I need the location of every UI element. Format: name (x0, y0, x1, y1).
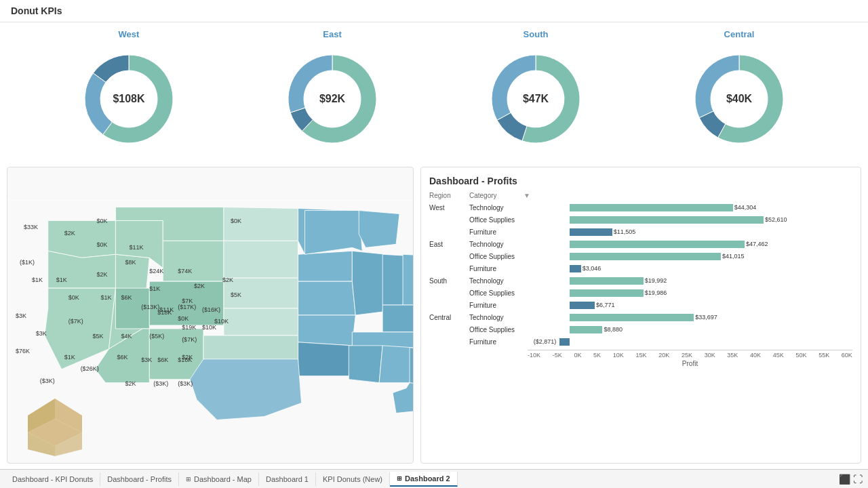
category-1: Office Supplies (469, 216, 530, 224)
chart-row-7: Office Supplies $19,986 (429, 287, 852, 298)
bar-area-7: $19,986 (533, 288, 852, 298)
x-tick: 50K (795, 352, 806, 359)
x-tick: -5K (553, 352, 562, 359)
category-6: Technology (469, 277, 530, 285)
fullscreen-icon[interactable]: ⛶ (853, 474, 863, 485)
svg-marker-13 (224, 278, 298, 308)
donuts-row: West$108KEast$92KSouth$47KCentral$40K (0, 22, 868, 167)
category-7: Office Supplies (469, 289, 530, 297)
donut-west: West$108K (75, 29, 183, 153)
x-tick: 40K (750, 352, 761, 359)
svg-marker-14 (224, 308, 298, 336)
region-6: South (429, 277, 467, 285)
category-8: Furniture (469, 302, 530, 309)
donut-south: South$47K (481, 29, 590, 153)
bar-area-11: ($2,871) (533, 337, 852, 346)
tab-0[interactable]: Dashboard - KPI Donuts (5, 472, 100, 486)
category-label: Category (469, 192, 497, 199)
bar-area-6: $19,992 (533, 276, 852, 285)
bar-value-0: $44,304 (734, 204, 757, 211)
bar-area-4: $41,015 (533, 251, 852, 261)
category-0: Technology (469, 204, 530, 211)
chart-row-9: CentralTechnology $33,697 (429, 312, 852, 323)
bar-0 (570, 204, 733, 211)
bar-10 (570, 326, 602, 333)
svg-marker-19 (298, 315, 356, 346)
category-4: Office Supplies (469, 253, 530, 260)
tab-label-2: Dashboard - Map (194, 475, 252, 483)
grid-icon: ⊞ (397, 475, 402, 482)
bar-value-5: $3,046 (583, 265, 601, 272)
chart-row-3: EastTechnology $47,462 (429, 239, 852, 249)
donut-east: East$92K (278, 29, 387, 153)
x-tick: 35K (727, 352, 738, 359)
bar-9 (570, 314, 694, 321)
bar-value-8: $6,771 (596, 302, 615, 308)
x-tick: 25K (682, 352, 692, 359)
chart-header-row: Region Category ▼ (429, 192, 852, 199)
chart-row-2: Furniture $11,505 (429, 226, 852, 237)
svg-marker-25 (403, 254, 413, 305)
tab-4[interactable]: KPI Donuts (New) (316, 472, 390, 486)
donut-value-central: $40K (726, 93, 752, 105)
svg-marker-11 (224, 207, 298, 241)
filter-icon[interactable]: ▼ (524, 192, 530, 199)
donut-central: Central$40K (685, 29, 793, 153)
tab-1[interactable]: Dashboard - Profits (100, 472, 179, 486)
svg-marker-41 (190, 359, 301, 420)
tab-5[interactable]: ⊞Dashboard 2 (390, 472, 458, 487)
svg-marker-20 (298, 342, 353, 376)
tab-controls: ⬛ ⛶ (839, 474, 863, 485)
x-tick: 10K (613, 352, 624, 359)
bar-5 (570, 265, 581, 272)
category-5: Furniture (469, 265, 530, 272)
x-axis: -10K-5K0K5K10K15K20K25K30K35K40K45K50K55… (429, 350, 852, 367)
bar-value-10: $8,880 (604, 326, 623, 333)
svg-marker-23 (359, 211, 399, 248)
grid-icon: ⊞ (186, 476, 191, 483)
x-tick: 60K (842, 352, 852, 359)
chart-row-4: Office Supplies $41,015 (429, 251, 852, 262)
bar-value-9: $33,697 (695, 314, 717, 321)
x-tick: 0K (574, 352, 581, 359)
x-tick: 15K (636, 352, 647, 359)
x-tick: 20K (658, 352, 669, 359)
tab-2[interactable]: ⊞Dashboard - Map (179, 472, 259, 486)
bar-2 (570, 228, 612, 236)
svg-marker-28 (349, 346, 382, 383)
donut-title-central: Central (724, 29, 755, 39)
bar-value-3: $47,462 (746, 241, 768, 247)
bar-area-3: $47,462 (533, 239, 852, 249)
bar-value-11: ($2,871) (534, 338, 557, 345)
fit-width-icon[interactable]: ⬛ (839, 474, 850, 485)
svg-marker-21 (305, 211, 363, 255)
donut-wrapper-west: $108K (75, 45, 183, 153)
region-9: Central (429, 314, 467, 321)
x-tick: -10K (528, 352, 540, 359)
svg-marker-18 (298, 281, 356, 315)
svg-marker-6 (163, 241, 224, 281)
bar-value-4: $41,015 (722, 253, 745, 260)
col-category-header: Category ▼ (469, 192, 530, 199)
x-ticks: -10K-5K0K5K10K15K20K25K30K35K40K45K50K55… (528, 350, 852, 359)
svg-marker-17 (298, 251, 353, 281)
bar-area-8: $6,771 (533, 300, 852, 310)
x-tick: 55K (818, 352, 829, 359)
donut-title-south: South (524, 29, 549, 39)
bar-value-7: $19,986 (645, 289, 667, 296)
svg-marker-8 (149, 281, 224, 325)
bar-area-2: $11,505 (533, 227, 852, 237)
x-axis-label: Profit (528, 360, 852, 367)
tab-label-3: Dashboard 1 (266, 475, 309, 483)
donut-title-west: West (119, 29, 140, 39)
bar-area-5: $3,046 (533, 264, 852, 273)
svg-marker-29 (379, 346, 413, 383)
chart-section: Dashboard - Profits Region Category ▼ We… (420, 167, 861, 464)
tab-3[interactable]: Dashboard 1 (259, 472, 316, 486)
bar-area-0: $44,304 (533, 203, 852, 212)
donut-value-east: $92K (319, 93, 345, 105)
donut-value-south: $47K (523, 93, 549, 105)
chart-row-8: Furniture $6,771 (429, 300, 852, 310)
tabs-bar: Dashboard - KPI DonutsDashboard - Profit… (0, 469, 868, 488)
x-tick: 5K (593, 352, 601, 359)
